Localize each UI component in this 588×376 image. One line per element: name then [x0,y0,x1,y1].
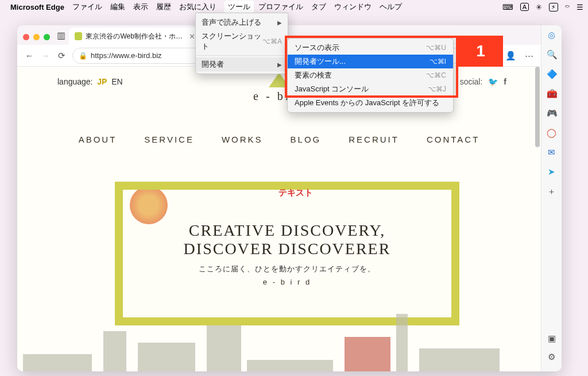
collapse-panel-icon[interactable]: ▣ [547,333,557,344]
skyline-illustration [17,314,541,371]
back-button[interactable]: ← [24,51,34,60]
close-tab-icon[interactable]: ✕ [189,32,195,41]
menu-window[interactable]: ウィンドウ [334,2,372,12]
lang-jp[interactable]: JP [97,77,107,86]
window-controls [23,34,53,45]
tools-item-developer[interactable]: 開発者▶ [196,57,288,71]
developer-submenu: ソースの表示⌥⌘U 開発者ツール...⌥⌘I 要素の検査⌥⌘C JavaScri… [287,38,454,113]
chevron-right-icon: ▶ [277,62,282,68]
language-switcher: language: JP EN [57,77,123,86]
hero-subtitle: こころに届く、ひとを動かすクリエイティブを。 [199,264,376,274]
minimize-window-button[interactable] [33,34,40,40]
dev-item-inspect[interactable]: 要素の検査⌥⌘C [288,68,453,82]
chevron-right-icon: ▶ [277,20,282,26]
hero-banner: CREATIVE DISCOVERY, DISCOVER DISCOVERER … [115,182,459,325]
hero-headline-1: CREATIVE DISCOVERY, [189,221,385,240]
battery-icon[interactable]: ⚡︎ [549,3,558,11]
reload-button[interactable]: ⟳ [56,51,67,61]
page-scrollbar[interactable] [534,67,541,370]
add-panel-icon[interactable]: ＋ [547,186,557,197]
keyboard-icon[interactable]: ⌨︎ [502,3,513,11]
facebook-icon[interactable]: f [504,77,506,86]
menu-view[interactable]: 表示 [133,2,148,12]
close-window-button[interactable] [23,34,29,40]
tools-item-read-aloud[interactable]: 音声で読み上げる▶ [196,16,288,29]
webpage-content: language: JP EN social: 🐦 f e - bird ABO… [17,67,541,371]
menu-edit[interactable]: 編集 [110,2,125,12]
sidebar-toggle-icon[interactable]: ▥ [57,30,65,45]
tools-icon[interactable]: 🧰 [547,89,557,99]
nav-blog[interactable]: BLOG [291,135,322,144]
nav-contact[interactable]: CONTACT [427,135,479,144]
nav-service[interactable]: SERVICE [144,135,194,144]
menu-file[interactable]: ファイル [72,2,102,12]
bluetooth-icon[interactable]: ✳︎ [536,3,542,11]
tab-title: 東京渋谷のWeb制作会社・ホーム [86,32,185,41]
logo-mark-icon [269,72,289,87]
dev-item-devtools[interactable]: 開発者ツール...⌥⌘I [288,55,453,68]
twitter-icon[interactable]: 🐦 [488,77,498,86]
forward-button[interactable]: → [40,51,51,60]
menu-history[interactable]: 履歴 [156,2,171,12]
shopping-icon[interactable]: 🔷 [547,69,557,79]
nav-recruit[interactable]: RECRUIT [349,135,399,144]
dev-item-js-console[interactable]: JavaScript コンソール⌥⌘J [288,82,453,96]
annotation-badge-1: 1 [458,36,503,67]
edge-side-panel: ◎ 🔍 🔷 🧰 🎮 ◯ ✉︎ ➤ ＋ ▣ ⚙ [541,25,562,371]
menu-favorites[interactable]: お気に入り [179,2,216,12]
tools-item-screenshot[interactable]: スクリーンショット⌥⌘A [196,29,288,53]
maximize-window-button[interactable] [44,34,50,40]
more-icon[interactable]: ⋯ [524,51,534,61]
dev-item-view-source[interactable]: ソースの表示⌥⌘U [288,41,453,55]
browser-tab[interactable]: 東京渋谷のWeb制作会社・ホーム ✕ [69,28,201,45]
settings-icon[interactable]: ⚙ [547,352,557,362]
dev-item-apple-events[interactable]: Apple Events からの JavaScript を許可する [288,96,453,110]
tools-dropdown: 音声で読み上げる▶ スクリーンショット⌥⌘A 開発者▶ [195,13,288,74]
games-icon[interactable]: 🎮 [547,108,557,118]
lang-en[interactable]: EN [111,77,122,86]
annotation-scribble: テキスト [278,187,313,198]
menu-profile[interactable]: プロファイル [258,2,303,12]
url-text: https://www.e-bird.biz [91,51,162,60]
nav-about[interactable]: ABOUT [79,135,117,144]
wifi-icon[interactable]: ⌔ [565,3,570,11]
lock-icon: 🔒 [79,52,87,60]
copilot-icon[interactable]: ◎ [547,30,557,40]
hero-headline-2: DISCOVER DISCOVERER [184,240,391,258]
a-input-icon[interactable]: A [520,3,529,11]
menu-help[interactable]: ヘルプ [380,2,402,12]
office-icon[interactable]: ◯ [547,128,557,138]
social-links: social: 🐦 f [460,77,506,86]
favicon-icon [75,32,82,40]
nav-works[interactable]: WORKS [222,135,263,144]
outlook-icon[interactable]: ✉︎ [547,147,557,158]
main-nav: ABOUT SERVICE WORKS BLOG RECRUIT CONTACT [17,135,541,144]
search-icon[interactable]: 🔍 [547,49,557,60]
app-name[interactable]: Microsoft Edge [10,3,64,11]
menu-tools[interactable]: ツール [225,1,254,13]
control-center-icon[interactable]: ☰ [577,3,583,11]
mac-menubar: Microsoft Edge ファイル 編集 表示 履歴 お気に入り ツール プ… [0,0,588,14]
send-icon[interactable]: ➤ [547,167,557,177]
profile-icon[interactable]: 👤 [505,51,516,61]
shortcut-label: ⌥⌘A [262,37,282,45]
menu-tab[interactable]: タブ [311,2,326,12]
menu-separator [196,55,288,56]
hero-minilogo: e - b i r d [263,278,311,286]
status-icons: ⌨︎ A ✳︎ ⚡︎ ⌔ ☰ [502,3,583,11]
